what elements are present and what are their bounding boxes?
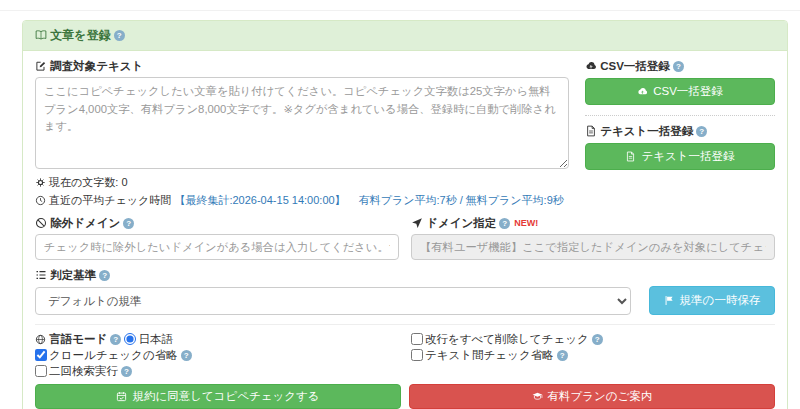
ban-icon (35, 217, 47, 229)
register-text-panel: 文章を登録? 調査対象テキスト 現在の文字数: 0 直近の平均チェック時間 【 (22, 20, 788, 409)
crawl-skip-checkbox[interactable] (35, 349, 47, 361)
criteria-select[interactable]: デフォルトの規準 (35, 287, 631, 315)
language-mode-label: 言語モード (49, 333, 107, 345)
remove-newline-label: 改行をすべて削除してチェック (425, 333, 589, 345)
double-search-checkbox[interactable] (35, 365, 47, 377)
help-icon[interactable]: ? (181, 350, 192, 361)
options-right-column: 改行をすべて削除してチェック? テキスト間チェック省略? (411, 331, 775, 379)
location-arrow-icon (411, 217, 423, 229)
panel-title: 文章を登録 (50, 28, 110, 42)
crawl-skip-line: クロールチェックの省略? (35, 347, 399, 363)
avg-check-summary: 【最終集計:2026-04-15 14:00:00】 (174, 194, 345, 206)
char-count-value: 0 (121, 176, 127, 188)
avg-check-line: 直近の平均チェック時間 【最終集計:2026-04-15 14:00:00】 有… (35, 193, 569, 208)
crawl-skip-label: クロールチェックの省略 (49, 349, 178, 361)
criteria-label: 判定基準 (50, 269, 96, 281)
criteria-label-row: 判定基準? (35, 269, 110, 281)
exclude-domain-input[interactable] (35, 234, 399, 260)
domain-spec-input (411, 234, 775, 260)
help-icon[interactable]: ? (114, 30, 125, 41)
avg-check-detail: 有料プラン平均:7秒 / 無料プラン平均:9秒 (359, 194, 564, 206)
avg-check-label: 直近の平均チェック時間 (49, 194, 171, 206)
double-search-label: 二回検索実行 (49, 365, 118, 377)
help-icon[interactable]: ? (557, 350, 568, 361)
gears-icon (35, 177, 46, 188)
new-badge: NEW! (514, 218, 538, 228)
cloud-upload-icon (585, 60, 597, 72)
remove-newline-checkbox[interactable] (411, 333, 423, 345)
list-icon (35, 269, 47, 281)
save-criteria-button[interactable]: 規準の一時保存 (649, 286, 775, 315)
panel-header: 文章を登録? (23, 21, 787, 51)
source-text-label: 調査対象テキスト (50, 60, 143, 72)
page-divider (0, 10, 800, 11)
help-icon[interactable]: ? (123, 218, 134, 229)
csv-bulk-label-row: CSV一括登録? (585, 59, 775, 74)
help-icon[interactable]: ? (110, 334, 121, 345)
csv-bulk-button[interactable]: CSV一括登録 (585, 78, 775, 105)
domain-spec-label: ドメイン指定 (426, 217, 496, 229)
language-icon (35, 333, 46, 344)
exclude-domain-field: 除外ドメイン? (35, 216, 399, 260)
file-text-icon (585, 125, 597, 137)
help-icon[interactable]: ? (121, 366, 132, 377)
help-icon[interactable]: ? (673, 61, 684, 72)
domain-spec-field: ドメイン指定?NEW! (411, 216, 775, 260)
flag-icon (664, 295, 675, 306)
bulk-section-divider (585, 115, 775, 116)
csv-bulk-label: CSV一括登録 (600, 60, 670, 72)
source-text-label-row: 調査対象テキスト (35, 60, 143, 72)
options-left-column: 言語モード? 日本語 クロールチェックの省略? 二回検索実行? (35, 331, 399, 379)
language-mode-line: 言語モード? 日本語 (35, 331, 399, 347)
file-text-icon (625, 151, 636, 162)
cloud-upload-icon (637, 86, 648, 97)
char-count-label: 現在の文字数: (49, 176, 118, 188)
text-bulk-label: テキスト一括登録 (600, 125, 693, 137)
text-between-skip-line: テキスト間チェック省略? (411, 347, 775, 363)
text-bulk-label-row: テキスト一括登録? (585, 124, 775, 139)
language-japanese-radio[interactable] (124, 333, 136, 345)
help-icon[interactable]: ? (499, 218, 510, 229)
language-japanese-label: 日本語 (138, 333, 173, 345)
help-icon[interactable]: ? (592, 334, 603, 345)
submit-check-button[interactable]: 規約に同意してコピペチェックする (35, 384, 401, 409)
edit-icon (35, 60, 47, 72)
graduation-cap-icon (532, 391, 543, 402)
text-bulk-button[interactable]: テキスト一括登録 (585, 143, 775, 170)
text-between-skip-checkbox[interactable] (411, 349, 423, 361)
text-between-skip-label: テキスト間チェック省略 (425, 349, 554, 361)
help-icon[interactable]: ? (696, 126, 707, 137)
char-count-line: 現在の文字数: 0 (35, 175, 569, 190)
source-text-input[interactable] (35, 77, 569, 169)
exclude-domain-label: 除外ドメイン (50, 217, 120, 229)
double-search-line: 二回検索実行? (35, 363, 399, 379)
help-icon[interactable]: ? (99, 270, 110, 281)
section-divider (35, 324, 775, 325)
remove-newline-line: 改行をすべて削除してチェック? (411, 331, 775, 347)
clock-icon (35, 195, 46, 206)
calendar-check-icon (116, 391, 127, 402)
paid-plan-button[interactable]: 有料プランのご案内 (409, 384, 775, 409)
book-icon (35, 29, 47, 41)
